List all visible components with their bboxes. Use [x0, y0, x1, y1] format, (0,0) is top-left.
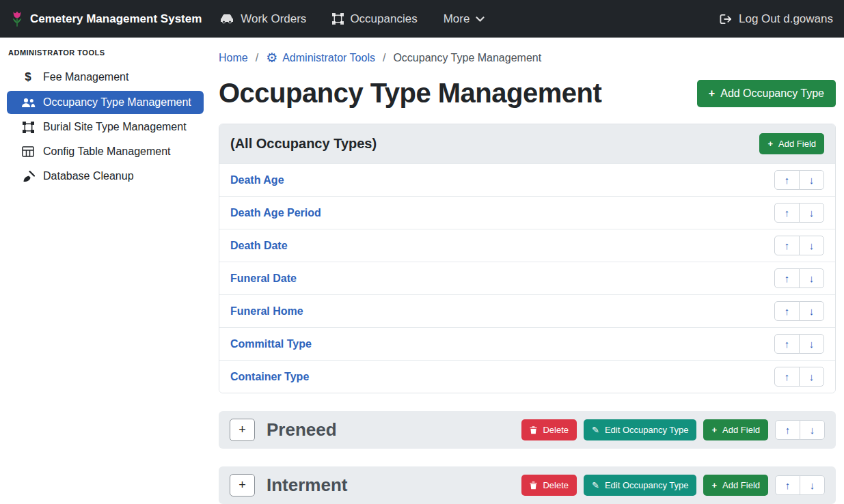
add-occupancy-type-label: Add Occupancy Type [720, 87, 824, 100]
nav-more[interactable]: More [444, 12, 485, 26]
edit-label: Edit Occupancy Type [605, 480, 689, 490]
field-row: Committal Type ↑ ↓ [219, 327, 835, 360]
up-arrow-icon: ↑ [785, 479, 791, 491]
down-arrow-icon: ↓ [809, 338, 815, 350]
section-title: Interment [267, 475, 347, 496]
field-row: Funeral Home ↑ ↓ [219, 294, 835, 327]
card-title: (All Occupancy Types) [230, 136, 377, 152]
pencil-icon: ✎ [592, 480, 599, 490]
pencil-icon: ✎ [592, 425, 599, 435]
reorder-buttons: ↑ ↓ [774, 268, 824, 288]
move-down-button[interactable]: ↓ [799, 203, 824, 223]
up-arrow-icon: ↑ [785, 207, 790, 219]
nav-work-orders[interactable]: Work Orders [219, 12, 306, 26]
field-row: Container Type ↑ ↓ [219, 360, 835, 393]
move-down-button[interactable]: ↓ [799, 334, 824, 354]
move-down-button[interactable]: ↓ [799, 301, 824, 321]
move-up-button[interactable]: ↑ [775, 420, 800, 440]
add-occupancy-type-button[interactable]: + Add Occupancy Type [697, 80, 836, 107]
nav-occupancies-label: Occupancies [350, 12, 417, 26]
sidebar: Administrator Tools $ Fee Management Occ… [0, 38, 210, 504]
page-title: Occupancy Type Management [219, 78, 601, 109]
section-actions: Delete ✎ Edit Occupancy Type + Add Field… [521, 419, 825, 440]
move-down-button[interactable]: ↓ [800, 420, 825, 440]
move-up-button[interactable]: ↑ [774, 170, 800, 190]
down-arrow-icon: ↓ [809, 207, 815, 219]
field-link[interactable]: Funeral Home [230, 305, 303, 318]
plus-icon: + [711, 425, 717, 435]
move-down-button[interactable]: ↓ [799, 268, 824, 288]
down-arrow-icon: ↓ [809, 272, 815, 284]
sidebar-item-database-cleanup[interactable]: Database Cleanup [7, 165, 204, 188]
edit-occupancy-type-button[interactable]: ✎ Edit Occupancy Type [584, 419, 697, 440]
field-link[interactable]: Committal Type [230, 338, 312, 350]
delete-button[interactable]: Delete [521, 419, 577, 440]
breadcrumb-admin-tools[interactable]: ⚙ Administrator Tools [266, 51, 375, 64]
field-link[interactable]: Death Date [230, 240, 288, 252]
sidebar-item-label: Fee Management [43, 71, 128, 83]
breadcrumb-current: Occupancy Type Management [393, 52, 541, 64]
sidebar-item-label: Config Table Management [43, 145, 171, 158]
app-brand[interactable]: Cemetery Management System [11, 10, 202, 28]
field-row: Death Age Period ↑ ↓ [219, 196, 835, 229]
move-up-button[interactable]: ↑ [774, 203, 800, 223]
add-field-button[interactable]: + Add Field [759, 133, 824, 154]
delete-label: Delete [543, 480, 569, 490]
field-row: Death Age ↑ ↓ [219, 163, 835, 196]
gear-icon: ⚙ [266, 51, 277, 64]
expand-button[interactable]: + [230, 474, 255, 496]
down-arrow-icon: ↓ [810, 479, 815, 491]
sidebar-item-label: Database Cleanup [43, 170, 134, 182]
table-icon [21, 146, 36, 157]
delete-button[interactable]: Delete [521, 475, 577, 496]
move-up-button[interactable]: ↑ [774, 268, 800, 288]
breadcrumb-home[interactable]: Home [219, 52, 248, 64]
sidebar-item-occupancy-type-management[interactable]: Occupancy Type Management [7, 91, 204, 114]
add-field-button[interactable]: + Add Field [703, 475, 768, 496]
up-arrow-icon: ↑ [785, 174, 790, 186]
section-preneed: + Preneed Delete ✎ Edit Occupancy Typ [219, 411, 836, 449]
sidebar-item-burial-site-type-management[interactable]: Burial Site Type Management [7, 115, 204, 139]
reorder-buttons: ↑ ↓ [775, 420, 825, 440]
reorder-buttons: ↑ ↓ [775, 475, 825, 495]
expand-button[interactable]: + [230, 419, 255, 441]
move-up-button[interactable]: ↑ [774, 334, 800, 354]
edit-occupancy-type-button[interactable]: ✎ Edit Occupancy Type [584, 475, 697, 496]
sidebar-item-config-table-management[interactable]: Config Table Management [7, 140, 204, 163]
field-link[interactable]: Container Type [230, 371, 309, 383]
field-link[interactable]: Funeral Date [230, 272, 297, 285]
field-link[interactable]: Death Age [230, 174, 284, 186]
add-field-button[interactable]: + Add Field [703, 419, 768, 440]
sidebar-heading: Administrator Tools [0, 43, 210, 64]
move-up-button[interactable]: ↑ [774, 236, 800, 255]
move-down-button[interactable]: ↓ [799, 236, 824, 255]
move-up-button[interactable]: ↑ [774, 367, 800, 387]
breadcrumb-separator: / [256, 52, 258, 64]
nav-occupancies[interactable]: Occupancies [332, 12, 417, 26]
main-nav: Work Orders Occupancies More [219, 12, 485, 26]
add-field-label: Add Field [722, 480, 760, 490]
dollar-icon: $ [21, 70, 36, 84]
reorder-buttons: ↑ ↓ [774, 367, 824, 387]
move-up-button[interactable]: ↑ [775, 475, 800, 495]
car-icon [219, 13, 234, 25]
all-occupancy-types-header: (All Occupancy Types) + Add Field [219, 124, 835, 163]
all-occupancy-types-card: (All Occupancy Types) + Add Field Death … [219, 124, 836, 393]
section-title: Preneed [267, 419, 337, 440]
users-icon [21, 98, 36, 108]
section-actions: Delete ✎ Edit Occupancy Type + Add Field… [521, 475, 825, 496]
down-arrow-icon: ↓ [810, 424, 815, 436]
nav-work-orders-label: Work Orders [241, 12, 306, 26]
nav-logout[interactable]: Log Out d.gowans [720, 12, 833, 26]
move-down-button[interactable]: ↓ [799, 367, 824, 387]
app-title: Cemetery Management System [30, 12, 202, 26]
move-down-button[interactable]: ↓ [800, 475, 825, 495]
sidebar-item-label: Occupancy Type Management [43, 96, 191, 109]
down-arrow-icon: ↓ [809, 240, 815, 251]
reorder-buttons: ↑ ↓ [774, 170, 824, 190]
sidebar-item-fee-management[interactable]: $ Fee Management [7, 65, 204, 89]
move-up-button[interactable]: ↑ [774, 301, 800, 321]
move-down-button[interactable]: ↓ [799, 170, 824, 190]
up-arrow-icon: ↑ [785, 338, 790, 350]
field-link[interactable]: Death Age Period [230, 207, 321, 219]
